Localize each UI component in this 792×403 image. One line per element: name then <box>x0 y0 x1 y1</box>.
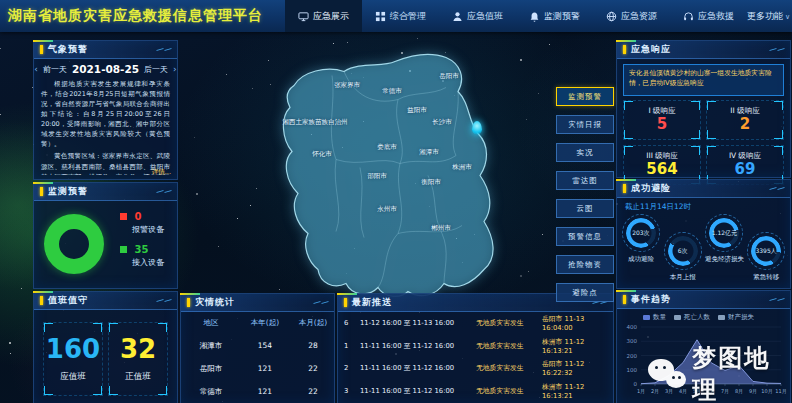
hunan-province-map[interactable]: 张家界市常德市岳阳市益阳市长沙市湘西土家族苗族自治州怀化市娄底市湘潭市株洲市邵阳… <box>232 45 562 300</box>
rail-button-disaster-daily[interactable]: 灾情日报 <box>556 115 614 134</box>
chevron-down-icon: ∨ <box>785 13 790 21</box>
monitor-icon <box>298 11 309 22</box>
nav-tab-emergency-duty[interactable]: 应急值班 <box>439 0 516 32</box>
nav-tab-monitor-warning[interactable]: 监测预警 <box>516 0 593 32</box>
stats-cell-month: 22 <box>293 387 333 397</box>
response-level-value: 69 <box>735 161 756 178</box>
push-list-item[interactable]: 311-11 16:00 至 11-12 16:00 无地质灾害发生株洲市 11… <box>338 380 613 403</box>
bell-icon <box>529 11 540 22</box>
monitor-warning-panel: 监测预警 0 报警设备 35 接入设备 <box>33 182 178 289</box>
push-list-item[interactable]: 611-12 16:00 至 11-13 16:00 无地质灾害发生岳阳市 11… <box>338 312 613 335</box>
response-alert-message[interactable]: 安化县仙溪镇黄沙村的山寨一组发生地质灾害险情，已启动IV级应急响应 <box>623 64 784 96</box>
panel-title: 灾情统计 <box>195 296 235 309</box>
svg-text:300: 300 <box>627 338 638 344</box>
next-day-arrow-icon[interactable]: › <box>173 64 177 74</box>
stats-cell-month: 28 <box>293 341 333 351</box>
duty-expected-value: 160 <box>46 336 100 362</box>
stats-cell-year: 121 <box>237 364 293 374</box>
legend-item-property-loss[interactable]: 财产损失 <box>718 313 754 322</box>
panel-accent <box>623 45 626 54</box>
panel-title: 监测预警 <box>48 185 88 198</box>
nav-tab-emergency-display[interactable]: 应急展示 <box>285 0 362 32</box>
response-level-2-box: II 级响应 2 <box>706 100 784 140</box>
panel-title: 值班值守 <box>48 294 88 307</box>
gauge-emergency-transfer: 3395人 紧急转移 <box>745 232 787 282</box>
alarm-device-count: 0 <box>135 211 142 222</box>
rail-button-radar[interactable]: 雷达图 <box>556 171 614 190</box>
legend-item-deaths[interactable]: 死亡人数 <box>674 313 710 322</box>
rail-button-warning-info[interactable]: 预警信息 <box>556 227 614 246</box>
svg-text:0: 0 <box>634 381 638 387</box>
nav-tab-comprehensive-management[interactable]: 综合管理 <box>362 0 439 32</box>
svg-text:400: 400 <box>627 324 638 330</box>
duty-expected-box: 160 应值班 <box>43 322 103 396</box>
rescue-asof-timestamp: 截止11月14日12时 <box>625 202 790 212</box>
map-city-label: 湘潭市 <box>419 148 439 157</box>
nav-label: 应急救援 <box>698 10 734 23</box>
device-donut-chart <box>44 214 104 274</box>
watermark: 梦图地理 <box>648 342 792 403</box>
svg-text:1月: 1月 <box>637 388 645 395</box>
panel-title: 事件趋势 <box>631 293 671 306</box>
map-city-label: 长沙市 <box>432 118 452 127</box>
panel-title: 气象预警 <box>48 43 88 56</box>
response-level-1-box: I 级响应 5 <box>623 100 701 140</box>
nav-label: 应急资源 <box>621 10 657 23</box>
more-functions-menu[interactable]: 更多功能∨ <box>747 10 790 23</box>
map-city-label: 张家界市 <box>334 81 360 90</box>
stats-cell-year: 121 <box>237 387 293 397</box>
emergency-response-panel: 应急响应 安化县仙溪镇黄沙村的山寨一组发生地质灾害险情，已启动IV级应急响应 I… <box>616 40 791 178</box>
stats-cell-year: 154 <box>237 341 293 351</box>
rail-button-live[interactable]: 实况 <box>556 143 614 162</box>
successful-avoidance-panel: 成功避险 截止11月14日12时 203次 成功避险 6次 本月上报 1.12亿… <box>616 179 791 289</box>
headset-icon <box>683 11 694 22</box>
gauge-successful-avoidance: 203次 成功避险 <box>620 214 662 282</box>
connected-legend-swatch <box>120 246 127 253</box>
disaster-statistics-panel: 灾情统计 地区 本年(起) 本月(起) 湘潭市 154 28 岳阳市 121 2… <box>180 293 335 403</box>
grid-icon <box>375 11 386 22</box>
map-city-label: 娄底市 <box>377 143 397 152</box>
stats-header: 本年(起) <box>237 318 293 328</box>
gauge-economic-loss-avoided: 1.12亿元 避免经济损失 <box>704 214 746 282</box>
page-title: 湖南省地质灾害应急救援信息管理平台 <box>8 7 263 25</box>
map-city-label: 怀化市 <box>312 150 332 159</box>
rail-button-cloud[interactable]: 云图 <box>556 199 614 218</box>
map-highlight-marker[interactable] <box>472 121 482 135</box>
map-shape <box>232 45 562 300</box>
gauge-month-reports: 6次 本月上报 <box>662 232 704 282</box>
panel-decoration <box>770 299 784 300</box>
panel-title: 应急响应 <box>631 43 671 56</box>
legend-item-count[interactable]: 数量 <box>643 313 666 322</box>
panel-accent <box>40 296 43 305</box>
nav-label: 综合管理 <box>390 10 426 23</box>
prev-day-arrow-icon[interactable]: ‹ <box>34 64 38 74</box>
map-city-label: 邵阳市 <box>367 172 387 181</box>
alarm-device-label: 报警设备 <box>132 224 164 235</box>
nav-tab-emergency-resources[interactable]: 应急资源 <box>593 0 670 32</box>
panel-accent <box>623 184 626 193</box>
wechat-icon <box>648 357 686 391</box>
nav-label: 应急值班 <box>467 10 503 23</box>
connected-device-count: 35 <box>135 244 149 255</box>
weather-warning-panel: 气象预警 ‹ 前一天 2021-08-25 后一天 › 根据地质灾害发生发展规律… <box>33 40 178 180</box>
response-level-value: 2 <box>740 116 750 133</box>
prev-day-button[interactable]: 前一天 <box>43 64 67 75</box>
weather-detail-link[interactable]: 详情... <box>152 168 171 177</box>
panel-title: 最新推送 <box>352 296 392 309</box>
person-icon <box>452 11 463 22</box>
push-list-item[interactable]: 211-11 16:00 至 11-12 16:00 无地质灾害发生岳阳市 11… <box>338 357 613 380</box>
nav-tab-emergency-rescue[interactable]: 应急救援 <box>670 0 747 32</box>
push-list-item[interactable]: 111-11 16:00 至 11-12 16:00 无地质灾害发生株洲市 11… <box>338 335 613 358</box>
panel-decoration <box>157 300 171 301</box>
rail-button-shelter-points[interactable]: 避险点 <box>556 283 614 302</box>
rail-button-rescue-supplies[interactable]: 抢险物资 <box>556 255 614 274</box>
panel-decoration <box>770 49 784 50</box>
map-city-label: 岳阳市 <box>439 72 459 81</box>
nav-label: 应急展示 <box>313 10 349 23</box>
rail-button-monitor-warning[interactable]: 监测预警 <box>556 87 614 106</box>
panel-decoration <box>157 191 171 192</box>
stats-table: 地区 本年(起) 本月(起) 湘潭市 154 28 岳阳市 121 22 常德市… <box>181 312 334 397</box>
next-day-button[interactable]: 后一天 <box>144 64 168 75</box>
date-navigation: ‹ 前一天 2021-08-25 后一天 › <box>34 63 177 75</box>
svg-text:100: 100 <box>627 367 638 373</box>
